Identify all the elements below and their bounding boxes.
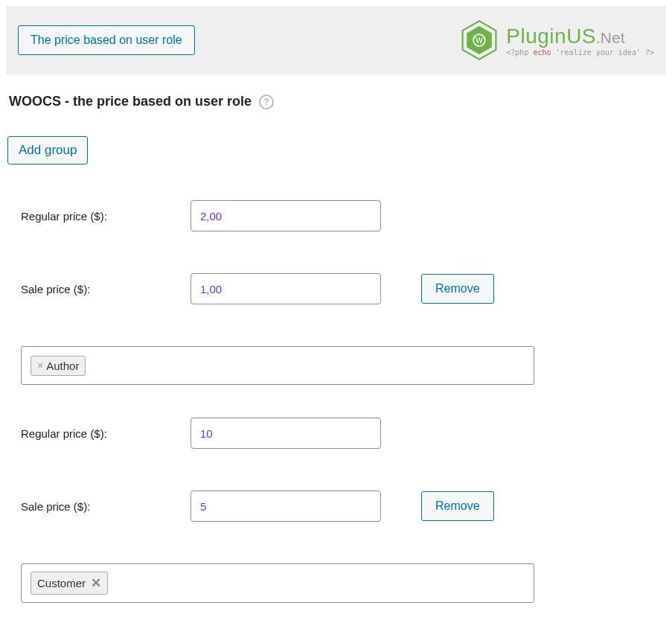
regular-price-label: Regular price ($): (21, 427, 191, 440)
role-tag-label: Customer (37, 577, 86, 589)
regular-price-input[interactable] (191, 418, 381, 449)
regular-price-row: Regular price ($): (6, 200, 666, 231)
sale-price-label: Sale price ($): (21, 283, 191, 295)
regular-price-label: Regular price ($): (21, 210, 191, 223)
price-role-tab[interactable]: The price based on user role (18, 25, 195, 55)
remove-button[interactable]: Remove (421, 491, 494, 521)
logo-text: PluginUS.Net <?php echo 'realize your id… (506, 25, 654, 57)
section-title-row: WOOCS - the price based on user role ? (6, 94, 666, 109)
role-tag-label: Author (46, 359, 79, 372)
sale-price-input[interactable] (191, 490, 381, 522)
logo: W PluginUS.Net <?php echo 'realize your … (458, 19, 654, 61)
logo-tagline: <?php echo 'realize your idea' ?> (506, 48, 654, 57)
role-selector[interactable]: Customer ✕ (21, 563, 534, 603)
sale-price-input[interactable] (191, 273, 381, 304)
logo-main-text: PluginUS (506, 25, 596, 48)
help-icon[interactable]: ? (259, 95, 274, 109)
role-tag[interactable]: × Author (31, 356, 86, 376)
close-icon[interactable]: ✕ (91, 575, 101, 591)
regular-price-row: Regular price ($): (6, 418, 666, 449)
logo-suffix-text: .Net (596, 29, 625, 46)
sale-price-row: Sale price ($): Remove (6, 490, 666, 522)
logo-hexagon-icon: W (458, 19, 500, 61)
role-selector[interactable]: × Author (21, 346, 534, 385)
role-tag[interactable]: Customer ✕ (31, 572, 108, 595)
header-bar: The price based on user role W PluginUS.… (6, 6, 666, 74)
section-title: WOOCS - the price based on user role (9, 94, 252, 109)
add-group-button[interactable]: Add group (7, 136, 88, 164)
price-group: Regular price ($): Sale price ($): Remov… (6, 418, 666, 603)
svg-text:W: W (476, 36, 484, 45)
remove-button[interactable]: Remove (421, 274, 494, 304)
regular-price-input[interactable] (191, 200, 381, 231)
sale-price-row: Sale price ($): Remove (6, 273, 666, 304)
price-group: Regular price ($): Sale price ($): Remov… (6, 200, 666, 385)
sale-price-label: Sale price ($): (21, 500, 191, 513)
close-icon[interactable]: × (37, 359, 43, 371)
